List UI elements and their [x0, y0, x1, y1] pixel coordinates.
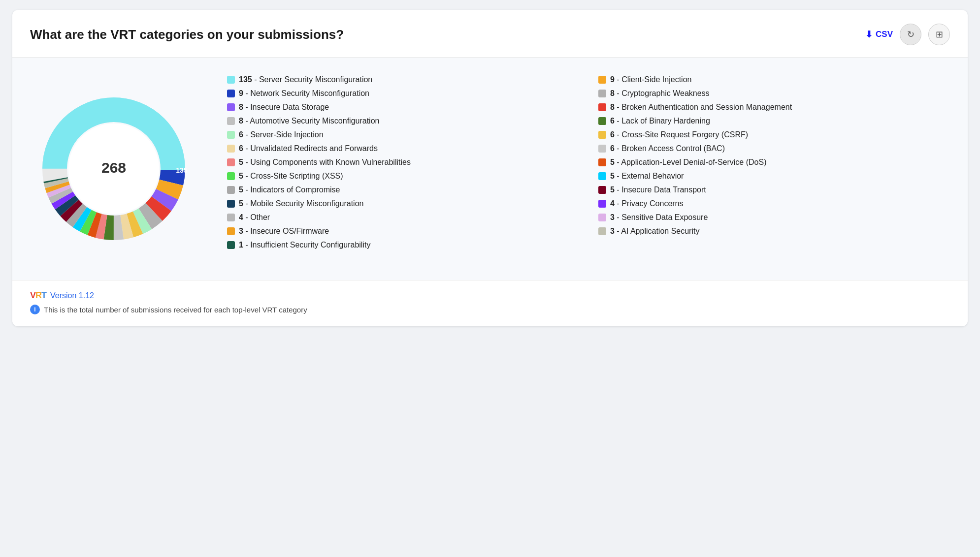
footnote: i This is the total number of submission… — [30, 305, 950, 314]
version-label: Version 1.12 — [50, 291, 94, 300]
csv-button[interactable]: ⬇ CSV — [865, 29, 893, 40]
legend-item: 5 - Using Components with Known Vulnerab… — [227, 158, 579, 167]
legend-item: 6 - Lack of Binary Hardening — [598, 117, 950, 125]
legend-swatch — [598, 76, 606, 84]
card-header: What are the VRT categories on your subm… — [12, 10, 968, 58]
legend-text: 135 - Server Security Misconfiguration — [239, 75, 372, 84]
donut-total: 268 — [101, 159, 126, 176]
legend-text: 4 - Privacy Concerns — [610, 199, 684, 208]
legend-item: 135 - Server Security Misconfiguration — [227, 75, 579, 84]
legend-swatch — [598, 158, 606, 166]
card-body: 268 135 135 - Server Security Misconfigu… — [12, 58, 968, 280]
legend-text: 3 - Insecure OS/Firmware — [239, 227, 329, 236]
legend-text: 5 - Mobile Security Misconfiguration — [239, 199, 363, 208]
legend-swatch — [227, 90, 235, 97]
main-card: What are the VRT categories on your subm… — [12, 10, 968, 326]
legend-swatch — [227, 214, 235, 221]
legend-swatch — [598, 131, 606, 139]
header-actions: ⬇ CSV ↻ ⊞ — [865, 24, 950, 45]
legend-swatch — [598, 186, 606, 194]
legend-item: 5 - Mobile Security Misconfiguration — [227, 199, 579, 208]
legend-text: 8 - Broken Authentication and Session Ma… — [610, 103, 792, 112]
legend-item: 8 - Broken Authentication and Session Ma… — [598, 103, 950, 112]
legend-text: 8 - Automotive Security Misconfiguration — [239, 117, 379, 125]
legend-text: 1 - Insufficient Security Configurabilit… — [239, 241, 370, 249]
legend: 135 - Server Security Misconfiguration 9… — [227, 75, 950, 249]
legend-text: 5 - Cross-Site Scripting (XSS) — [239, 172, 343, 181]
legend-text: 5 - Using Components with Known Vulnerab… — [239, 158, 411, 167]
legend-item: 3 - AI Application Security — [598, 227, 950, 236]
legend-text: 6 - Broken Access Control (BAC) — [610, 144, 725, 153]
legend-item: 6 - Cross-Site Request Forgery (CSRF) — [598, 130, 950, 139]
legend-swatch — [227, 227, 235, 235]
legend-item: 9 - Client-Side Injection — [598, 75, 950, 84]
legend-item: 5 - Cross-Site Scripting (XSS) — [227, 172, 579, 181]
table-button[interactable]: ⊞ — [928, 24, 950, 45]
legend-text: 9 - Network Security Misconfiguration — [239, 89, 369, 98]
legend-swatch — [227, 131, 235, 139]
legend-text: 8 - Cryptographic Weakness — [610, 89, 710, 98]
legend-item: 9 - Network Security Misconfiguration — [227, 89, 579, 98]
refresh-icon: ↻ — [907, 29, 915, 40]
legend-text: 5 - Application-Level Denial-of-Service … — [610, 158, 766, 167]
legend-text: 6 - Server-Side Injection — [239, 130, 324, 139]
legend-text: 6 - Unvalidated Redirects and Forwards — [239, 144, 378, 153]
legend-swatch — [227, 117, 235, 125]
vrt-logo: VRT — [30, 290, 46, 301]
legend-swatch — [227, 186, 235, 194]
legend-swatch — [598, 200, 606, 208]
page-title: What are the VRT categories on your subm… — [30, 27, 344, 42]
legend-swatch — [598, 90, 606, 97]
legend-swatch — [598, 145, 606, 153]
legend-text: 5 - Insecure Data Transport — [610, 186, 706, 194]
legend-swatch — [227, 76, 235, 84]
legend-text: 3 - Sensitive Data Exposure — [610, 213, 708, 222]
legend-text: 5 - External Behavior — [610, 172, 684, 181]
donut-chart-svg: 268 135 — [30, 85, 197, 252]
legend-swatch — [598, 214, 606, 221]
donut-chart-container: 268 135 — [30, 75, 197, 262]
legend-text: 6 - Lack of Binary Hardening — [610, 117, 710, 125]
legend-item: 6 - Unvalidated Redirects and Forwards — [227, 144, 579, 153]
legend-item: 4 - Other — [227, 213, 579, 222]
legend-item: 6 - Server-Side Injection — [227, 130, 579, 139]
legend-swatch — [598, 227, 606, 235]
info-icon: i — [30, 305, 40, 314]
legend-swatch — [227, 103, 235, 111]
vrt-brand: VRT Version 1.12 — [30, 290, 950, 301]
download-icon: ⬇ — [865, 29, 873, 40]
legend-item: 6 - Broken Access Control (BAC) — [598, 144, 950, 153]
footnote-text: This is the total number of submissions … — [44, 306, 307, 314]
legend-swatch — [227, 241, 235, 249]
legend-text: 4 - Other — [239, 213, 270, 222]
donut-segment-label: 135 — [176, 166, 188, 174]
legend-swatch — [598, 103, 606, 111]
refresh-button[interactable]: ↻ — [900, 24, 921, 45]
legend-text: 3 - AI Application Security — [610, 227, 699, 236]
legend-swatch — [598, 117, 606, 125]
card-footer: VRT Version 1.12 i This is the total num… — [12, 280, 968, 326]
legend-item: 3 - Insecure OS/Firmware — [227, 227, 579, 236]
legend-swatch — [227, 200, 235, 208]
legend-swatch — [598, 172, 606, 180]
legend-swatch — [227, 145, 235, 153]
legend-swatch — [227, 158, 235, 166]
legend-item: 5 - External Behavior — [598, 172, 950, 181]
legend-text: 8 - Insecure Data Storage — [239, 103, 329, 112]
legend-item: 3 - Sensitive Data Exposure — [598, 213, 950, 222]
legend-text: 5 - Indicators of Compromise — [239, 186, 340, 194]
table-icon: ⊞ — [936, 29, 943, 40]
legend-item: 5 - Insecure Data Transport — [598, 186, 950, 194]
legend-item: 4 - Privacy Concerns — [598, 199, 950, 208]
legend-text: 6 - Cross-Site Request Forgery (CSRF) — [610, 130, 748, 139]
legend-item: 8 - Cryptographic Weakness — [598, 89, 950, 98]
legend-item: 8 - Automotive Security Misconfiguration — [227, 117, 579, 125]
legend-item: 8 - Insecure Data Storage — [227, 103, 579, 112]
legend-item: 5 - Indicators of Compromise — [227, 186, 579, 194]
legend-item: 1 - Insufficient Security Configurabilit… — [227, 241, 579, 249]
legend-item: 5 - Application-Level Denial-of-Service … — [598, 158, 950, 167]
legend-text: 9 - Client-Side Injection — [610, 75, 691, 84]
legend-swatch — [227, 172, 235, 180]
